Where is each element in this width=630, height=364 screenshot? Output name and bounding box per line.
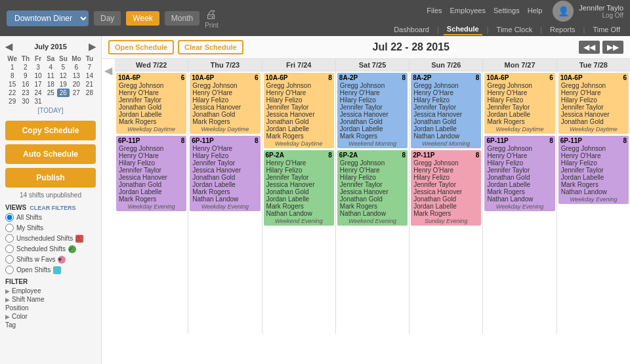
shift-block[interactable]: 10A-6P6Gregg JohnsonHenry O'HareHilary F… xyxy=(190,73,260,134)
employee-name[interactable]: Jordan Labelle xyxy=(192,181,258,188)
employee-name[interactable]: Jonathan Gold xyxy=(560,118,627,125)
employee-name[interactable]: Jessica Hanover xyxy=(413,188,479,195)
employee-name[interactable]: Hilary Felizo xyxy=(339,96,406,104)
employee-name[interactable]: Jennifer Taylor xyxy=(486,167,553,174)
mini-cal-day[interactable]: 7 xyxy=(83,63,96,71)
day-body[interactable]: 10A-6P6Gregg JohnsonHenry O'HareHilary F… xyxy=(557,71,630,334)
employee-name[interactable]: Hilary Felizo xyxy=(339,174,406,181)
filter-employee[interactable]: ▶ Employee xyxy=(5,287,96,294)
employee-name[interactable]: Mark Rogers xyxy=(192,188,258,195)
employee-name[interactable]: Jonathan Gold xyxy=(413,195,479,203)
shift-block[interactable]: 6P-2A8Gregg JohnsonHenry O'HareHilary Fe… xyxy=(337,150,408,226)
shift-block[interactable]: 8A-2P8Gregg JohnsonHenry O'HareHilary Fe… xyxy=(411,73,481,148)
shift-block[interactable]: 6P-11P8Gregg JohnsonHenry O'HareHilary F… xyxy=(558,136,629,204)
mini-cal-day[interactable]: 2 xyxy=(19,63,32,71)
shift-block[interactable]: 10A-6P6Gregg JohnsonHenry O'HareJennifer… xyxy=(116,73,186,134)
mini-cal-day[interactable]: 31 xyxy=(32,97,44,106)
employee-name[interactable]: Jordan Labelle xyxy=(413,203,479,210)
day-body[interactable]: 8A-2P8Gregg JohnsonHenry O'HareHilary Fe… xyxy=(410,71,482,334)
view-open[interactable]: Open Shifts xyxy=(5,266,96,274)
day-body[interactable]: 10A-6P6Gregg JohnsonHenry O'HareJennifer… xyxy=(115,71,188,334)
store-select[interactable]: Downtown Diner xyxy=(7,10,89,26)
employee-name[interactable]: Jennifer Taylor xyxy=(413,181,479,188)
nav-timeclock[interactable]: Time Clock xyxy=(494,24,536,35)
employee-name[interactable]: Nathan Landow xyxy=(486,195,553,203)
shift-block[interactable]: 6P-11P8Henry O'HareHilary FelizoJennifer… xyxy=(190,136,260,211)
print-button[interactable]: 🖨 Print xyxy=(205,8,219,29)
employee-name[interactable]: Henry O'Hare xyxy=(339,89,406,96)
employee-name[interactable]: Henry O'Hare xyxy=(486,152,553,159)
employee-name[interactable]: Jonathan Gold xyxy=(192,174,258,181)
mini-cal-prev[interactable]: ◀ xyxy=(5,41,12,52)
shift-block[interactable]: 10A-6P8Gregg JohnsonHenry O'HareHilary F… xyxy=(264,73,334,148)
mini-cal-day[interactable]: 22 xyxy=(5,89,19,97)
nav-reports[interactable]: Reports xyxy=(547,24,579,35)
employee-name[interactable]: Mark Rogers xyxy=(192,118,258,125)
employee-name[interactable]: Hilary Felizo xyxy=(266,167,332,174)
mini-cal-day[interactable]: 18 xyxy=(45,80,57,89)
copy-schedule-button[interactable]: Copy Schedule xyxy=(5,121,96,140)
open-schedule-button[interactable]: Open Schedule xyxy=(108,40,174,54)
employee-name[interactable]: Jennifer Taylor xyxy=(192,159,258,167)
employee-name[interactable]: Henry O'Hare xyxy=(560,152,627,159)
mini-cal-day[interactable]: 29 xyxy=(5,97,19,106)
mini-cal-day[interactable]: 1 xyxy=(5,63,19,71)
employee-name[interactable]: Jordan Labelle xyxy=(413,125,479,132)
employee-name[interactable]: Jonathan Gold xyxy=(118,181,184,188)
shift-block[interactable]: 8A-2P8Gregg JohnsonHenry O'HareHilary Fe… xyxy=(337,73,408,148)
employee-name[interactable]: Jennifer Taylor xyxy=(339,181,406,188)
employee-name[interactable]: Jennifer Taylor xyxy=(486,104,553,111)
employee-name[interactable]: Henry O'Hare xyxy=(560,89,627,96)
employee-name[interactable]: Jessica Hanover xyxy=(266,181,332,188)
employee-name[interactable]: Hilary Felizo xyxy=(192,152,258,159)
employee-name[interactable]: Mark Rogers xyxy=(339,132,406,140)
view-unscheduled[interactable]: Unscheduled Shifts ⚠ xyxy=(5,234,96,243)
employee-name[interactable]: Jordan Labelle xyxy=(486,181,553,188)
day-view-button[interactable]: Day xyxy=(94,11,121,26)
employee-name[interactable]: Nathan Landow xyxy=(339,210,406,217)
view-all-shifts[interactable]: All Shifts xyxy=(5,213,96,222)
employee-name[interactable]: Henry O'Hare xyxy=(118,152,184,159)
filter-position[interactable]: Position xyxy=(5,304,96,312)
clear-filters-link[interactable]: CLEAR FILTERS xyxy=(30,205,75,211)
mini-cal-day[interactable]: 5 xyxy=(57,63,70,71)
employee-name[interactable]: Jonathan Gold xyxy=(266,118,332,125)
day-body[interactable]: 8A-2P8Gregg JohnsonHenry O'HareHilary Fe… xyxy=(336,71,409,334)
employee-name[interactable]: Jessica Hanover xyxy=(192,104,258,111)
view-scheduled[interactable]: Scheduled Shifts ✓ xyxy=(5,245,96,253)
employee-name[interactable]: Jennifer Taylor xyxy=(118,96,184,104)
employee-name[interactable]: Mark Rogers xyxy=(339,203,406,210)
employee-name[interactable]: Nathan Landow xyxy=(413,132,479,140)
mini-cal-day[interactable]: 20 xyxy=(70,80,83,89)
employee-name[interactable]: Hilary Felizo xyxy=(192,96,258,104)
employee-name[interactable]: Jennifer Taylor xyxy=(339,104,406,111)
log-off-link[interactable]: Log Off xyxy=(602,12,623,19)
employee-name[interactable]: Gregg Johnson xyxy=(339,82,406,89)
employee-name[interactable]: Henry O'Hare xyxy=(266,159,332,167)
settings-link[interactable]: Settings xyxy=(494,7,520,14)
mini-cal-day[interactable]: 8 xyxy=(5,71,19,80)
employee-name[interactable]: Jessica Hanover xyxy=(192,167,258,174)
employee-name[interactable]: Jordan Labelle xyxy=(118,188,184,195)
publish-button[interactable]: Publish xyxy=(5,168,96,188)
employee-name[interactable]: Henry O'Hare xyxy=(118,89,184,96)
month-view-button[interactable]: Month xyxy=(165,11,200,26)
employee-name[interactable]: Hilary Felizo xyxy=(486,159,553,167)
mini-cal-day[interactable]: 26 xyxy=(57,89,70,97)
cal-nav-left[interactable]: ◀ xyxy=(102,59,115,334)
employee-name[interactable]: Hilary Felizo xyxy=(266,96,332,104)
mini-cal-day[interactable]: 24 xyxy=(32,89,44,97)
employee-name[interactable]: Jordan Labelle xyxy=(486,111,553,118)
mini-cal-day[interactable]: 12 xyxy=(57,71,70,80)
employee-name[interactable]: Hilary Felizo xyxy=(413,96,479,104)
employee-name[interactable]: Nathan Landow xyxy=(266,210,332,217)
day-body[interactable]: 10A-6P6Gregg JohnsonHenry O'HareHilary F… xyxy=(483,71,556,334)
mini-cal-day[interactable]: 15 xyxy=(5,80,19,89)
employee-name[interactable]: Gregg Johnson xyxy=(118,145,184,152)
week-view-button[interactable]: Week xyxy=(126,11,159,26)
shift-block[interactable]: 6P-11P8Gregg JohnsonHenry O'HareHilary F… xyxy=(484,136,555,211)
employee-name[interactable]: Gregg Johnson xyxy=(486,145,553,152)
shift-block[interactable]: 6P-2A8Henry O'HareHilary FelizoJennifer … xyxy=(264,150,334,226)
mini-cal-day[interactable]: 27 xyxy=(70,89,83,97)
today-link[interactable]: [TODAY] xyxy=(5,107,96,114)
